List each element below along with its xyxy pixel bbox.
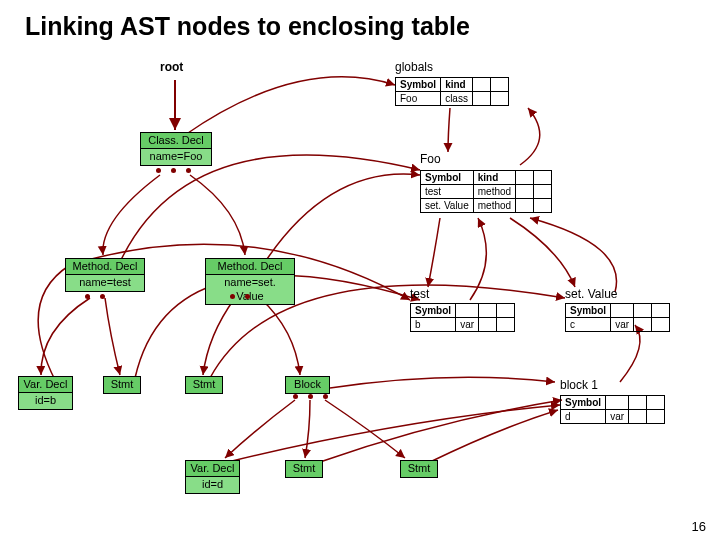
node-detail: name=set. Value [206,274,294,305]
scope-label-globals: globals [395,60,433,74]
node-detail: name=test [66,274,144,291]
th-symbol: Symbol [566,304,611,318]
node-type: Method. Decl [209,260,291,274]
node-stmt4: Stmt [400,460,438,478]
scope-label-foo: Foo [420,152,441,166]
node-stmt2: Stmt [185,376,223,394]
td-symbol: Foo [396,92,441,106]
th-kind: kind [473,171,515,185]
node-type: Var. Decl [189,462,236,476]
node-stmt3: Stmt [285,460,323,478]
td-symbol: b [411,318,456,332]
page-number: 16 [692,519,706,534]
node-block: Block [285,376,330,394]
symbol-table-foo: Symbolkind testmethod set. Valuemethod [420,170,552,213]
node-detail: id=b [19,392,72,409]
th-kind: kind [441,78,473,92]
th-symbol: Symbol [421,171,474,185]
node-type: Stmt [404,462,434,476]
th-blank [472,78,490,92]
child-dots [230,294,250,299]
td-kind: method [473,185,515,199]
td-symbol: test [421,185,474,199]
symbol-table-setvalue: Symbol cvar [565,303,670,332]
td-extra: var [611,318,634,332]
td-extra: var [456,318,479,332]
th-blank [490,78,508,92]
scope-label-setvalue: set. Value [565,287,617,301]
td-symbol: d [561,410,606,424]
child-dots [85,294,105,299]
child-dots [293,394,328,399]
td-kind: class [441,92,473,106]
node-method-test: Method. Decl name=test [65,258,145,292]
child-dots [156,168,191,173]
scope-label-test: test [410,287,429,301]
td-symbol: set. Value [421,199,474,213]
th-symbol: Symbol [396,78,441,92]
symbol-table-globals: Symbolkind Fooclass [395,77,509,106]
slide-title: Linking AST nodes to enclosing table [25,12,470,41]
scope-label-block1: block 1 [560,378,598,392]
node-detail: id=d [186,476,239,493]
node-vardecl-d: Var. Decl id=d [185,460,240,494]
node-type: Method. Decl [69,260,141,274]
node-vardecl-b: Var. Decl id=b [18,376,73,410]
root-label: root [160,60,183,74]
node-stmt1: Stmt [103,376,141,394]
node-type: Block [289,378,326,392]
symbol-table-block1: Symbol dvar [560,395,665,424]
node-type: Class. Decl [144,134,208,148]
th-symbol: Symbol [411,304,456,318]
symbol-table-test: Symbol bvar [410,303,515,332]
td-extra: var [606,410,629,424]
td-kind: method [473,199,515,213]
node-detail: name=Foo [141,148,211,165]
node-classdecl: Class. Decl name=Foo [140,132,212,166]
node-type: Stmt [189,378,219,392]
th-symbol: Symbol [561,396,606,410]
td-symbol: c [566,318,611,332]
node-type: Var. Decl [22,378,69,392]
node-type: Stmt [289,462,319,476]
node-method-setvalue: Method. Decl name=set. Value [205,258,295,305]
node-type: Stmt [107,378,137,392]
